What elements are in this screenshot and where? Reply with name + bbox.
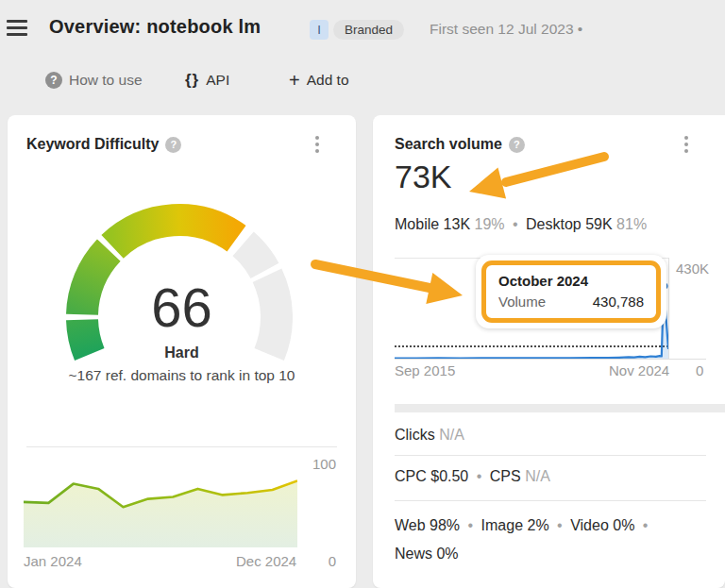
kd-ref-domains-note: ~167 ref. domains to rank in top 10 [8, 367, 356, 384]
divider [395, 500, 706, 501]
divider [395, 455, 706, 456]
volume-chart-right-gridline [668, 258, 669, 359]
clicks-value: N/A [439, 427, 464, 443]
cps-label: CPS [490, 468, 521, 484]
bullet-separator: • [473, 468, 486, 484]
tooltip-highlight-annotation: October 2024 Volume 430,788 [481, 260, 661, 323]
device-breakdown: Mobile 13K 19% • Desktop 59K 81% [395, 216, 647, 233]
volume-card-title: Search volume [395, 136, 502, 153]
help-icon[interactable]: ? [509, 137, 525, 153]
volume-ymax-label: 430K [676, 260, 709, 277]
api-label: API [206, 72, 229, 89]
page-title: Overview: notebook lm [49, 16, 261, 38]
volume-ymin-label: 0 [696, 362, 703, 378]
kebab-menu-icon[interactable] [678, 134, 695, 155]
bullet-separator: • [509, 216, 522, 232]
mobile-percent: 19% [475, 216, 505, 232]
web-percent: Web 98% [395, 517, 460, 533]
add-to-label: Add to [307, 72, 349, 89]
chart-tooltip: October 2024 Volume 430,788 [476, 255, 666, 328]
kebab-menu-icon[interactable] [309, 134, 326, 155]
plus-icon: + [289, 72, 300, 89]
hamburger-menu-icon[interactable] [7, 20, 27, 37]
tooltip-month: October 2024 [498, 273, 644, 289]
serp-breakdown-row-2: News 0% [395, 546, 459, 563]
clicks-label: Clicks [395, 427, 435, 443]
kd-trend-ymax-label: 100 [312, 456, 336, 472]
tooltip-volume-value: 430,788 [593, 294, 644, 310]
kd-trend-xmin-label: Jan 2024 [24, 553, 82, 569]
section-divider-band [395, 404, 725, 412]
mobile-volume: Mobile 13K [395, 216, 470, 232]
add-to-link[interactable]: + Add to [289, 70, 349, 91]
search-volume-value: 73K [395, 159, 452, 195]
branded-badge: Branded [333, 20, 404, 40]
how-to-use-link[interactable]: ? How to use [45, 70, 143, 91]
how-to-use-label: How to use [69, 72, 143, 89]
intent-badge: I [310, 20, 329, 40]
volume-xmin-label: Sep 2015 [395, 362, 455, 378]
serp-breakdown-row: Web 98% • Image 2% • Video 0% • [395, 517, 651, 534]
kd-card-title: Keyword Difficulty [26, 136, 159, 153]
volume-xmax-label: Nov 2024 [609, 362, 669, 378]
help-icon[interactable]: ? [165, 137, 181, 153]
tooltip-volume-label: Volume [498, 294, 546, 310]
help-icon: ? [45, 72, 62, 89]
bullet-separator: • [553, 517, 566, 533]
desktop-volume: Desktop 59K [526, 216, 613, 232]
keyword-difficulty-card: Keyword Difficulty ? 66 Hard ~167 ref. d… [8, 115, 356, 588]
clicks-row: Clicks N/A [395, 427, 464, 444]
kd-value: 66 [8, 276, 356, 339]
desktop-percent: 81% [616, 216, 647, 232]
image-percent: Image 2% [481, 517, 549, 533]
kd-trend-chart[interactable] [24, 446, 297, 547]
cps-value: N/A [525, 468, 550, 484]
api-link[interactable]: {} API [185, 70, 229, 91]
cpc-cps-row: CPC $0.50 • CPS N/A [395, 468, 550, 485]
volume-chart-baseline [395, 359, 706, 360]
news-percent: News 0% [395, 546, 459, 562]
first-seen-text: First seen 12 Jul 2023 • [430, 21, 582, 38]
cpc-value: CPC $0.50 [395, 468, 468, 484]
bullet-separator: • [639, 517, 652, 533]
video-percent: Video 0% [570, 517, 634, 533]
kd-difficulty-label: Hard [8, 344, 356, 361]
code-braces-icon: {} [185, 71, 199, 90]
search-volume-card: Search volume ? 73K Mobile 13K 19% • Des… [373, 115, 725, 588]
bullet-separator: • [464, 517, 478, 533]
kd-trend-xmax-label: Dec 2024 [236, 553, 296, 569]
kd-trend-ymin-label: 0 [329, 553, 336, 569]
